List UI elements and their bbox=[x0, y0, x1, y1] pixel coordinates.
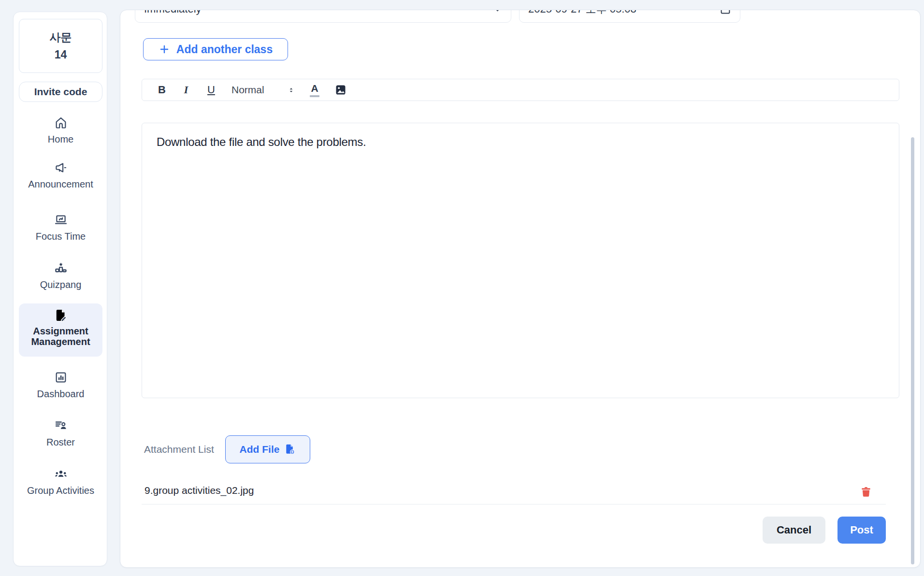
sidebar-item-label: Dashboard bbox=[37, 388, 85, 400]
class-card: 사문 14 bbox=[19, 19, 102, 73]
file-pen-icon bbox=[54, 308, 68, 323]
paragraph-format-value: Normal bbox=[231, 84, 264, 96]
podium-star-icon bbox=[54, 261, 68, 275]
cancel-button[interactable]: Cancel bbox=[763, 517, 825, 544]
sidebar-item-label: Quizpang bbox=[40, 279, 82, 290]
italic-button[interactable]: I bbox=[179, 79, 193, 101]
due-datetime-field[interactable]: 2025-09-27 오후 05:08 bbox=[519, 10, 740, 23]
sidebar-item-announcement[interactable]: Announcement bbox=[14, 161, 108, 190]
add-file-label: Add File bbox=[240, 444, 280, 455]
megaphone-icon bbox=[54, 161, 68, 174]
class-number: 14 bbox=[55, 47, 67, 62]
sidebar-item-assignment-management[interactable]: Assignment Management bbox=[19, 303, 102, 357]
delete-file-button[interactable] bbox=[860, 486, 872, 498]
sidebar-item-label: Home bbox=[48, 133, 73, 145]
attached-file-name: 9.group activities_02.jpg bbox=[144, 484, 254, 497]
vertical-scrollbar-thumb[interactable] bbox=[911, 137, 914, 564]
sidebar-item-focus-time[interactable]: Focus Time bbox=[14, 213, 108, 242]
paragraph-format-select[interactable]: Normal bbox=[231, 79, 299, 101]
editor-content-text: Download the file and solve the problems… bbox=[157, 134, 884, 150]
assignment-form-card: Immediately 2025-09-27 오후 05:08 Add anot… bbox=[120, 10, 921, 568]
file-plus-icon bbox=[284, 444, 296, 455]
editor-toolbar: B I U Normal A bbox=[142, 79, 899, 101]
text-color-swatch bbox=[310, 95, 319, 97]
sidebar-item-label: Group Activities bbox=[27, 485, 94, 496]
file-row-divider bbox=[142, 504, 886, 504]
text-color-button[interactable]: A bbox=[307, 79, 322, 101]
due-datetime-value: 2025-09-27 오후 05:08 bbox=[528, 10, 636, 16]
sidebar-item-quizpang[interactable]: Quizpang bbox=[14, 261, 108, 290]
bold-button[interactable]: B bbox=[155, 79, 169, 101]
roster-icon bbox=[54, 419, 68, 432]
unfold-more-icon bbox=[288, 86, 295, 94]
trash-icon bbox=[860, 486, 872, 498]
underline-button[interactable]: U bbox=[204, 79, 218, 101]
sidebar: 사문 14 Invite code Home Announcement bbox=[13, 12, 107, 566]
add-another-class-button[interactable]: Add another class bbox=[143, 38, 288, 60]
group-icon bbox=[54, 467, 68, 481]
sidebar-item-home[interactable]: Home bbox=[14, 116, 108, 145]
assignment-description-editor[interactable]: Download the file and solve the problems… bbox=[142, 123, 899, 398]
image-icon bbox=[335, 84, 346, 96]
sidebar-item-group-activities[interactable]: Group Activities bbox=[14, 467, 108, 496]
add-another-class-label: Add another class bbox=[176, 43, 273, 56]
sidebar-item-dashboard[interactable]: Dashboard bbox=[14, 371, 108, 400]
invite-code-button[interactable]: Invite code bbox=[19, 82, 102, 102]
page: 사문 14 Invite code Home Announcement bbox=[0, 0, 924, 576]
calendar-icon bbox=[720, 10, 731, 15]
class-name: 사문 bbox=[50, 29, 72, 45]
sidebar-item-label: Assignment Management bbox=[25, 326, 97, 347]
sidebar-item-label: Focus Time bbox=[36, 230, 86, 242]
publish-timing-value: Immediately bbox=[144, 10, 202, 15]
attachment-list-label: Attachment List bbox=[144, 443, 214, 456]
sidebar-item-roster[interactable]: Roster bbox=[14, 419, 108, 448]
post-button[interactable]: Post bbox=[837, 517, 886, 544]
plus-icon bbox=[159, 43, 170, 55]
laptop-arrow-icon bbox=[54, 213, 68, 227]
bar-chart-icon bbox=[54, 371, 68, 384]
insert-image-button[interactable] bbox=[333, 79, 348, 101]
home-icon bbox=[54, 116, 68, 130]
sidebar-item-label: Roster bbox=[46, 436, 75, 448]
sidebar-item-label: Announcement bbox=[28, 178, 93, 190]
publish-timing-select[interactable]: Immediately bbox=[135, 10, 511, 23]
add-file-button[interactable]: Add File bbox=[225, 435, 310, 463]
invite-code-label: Invite code bbox=[34, 86, 87, 98]
text-color-label: A bbox=[311, 83, 318, 94]
chevron-down-icon bbox=[493, 10, 502, 14]
